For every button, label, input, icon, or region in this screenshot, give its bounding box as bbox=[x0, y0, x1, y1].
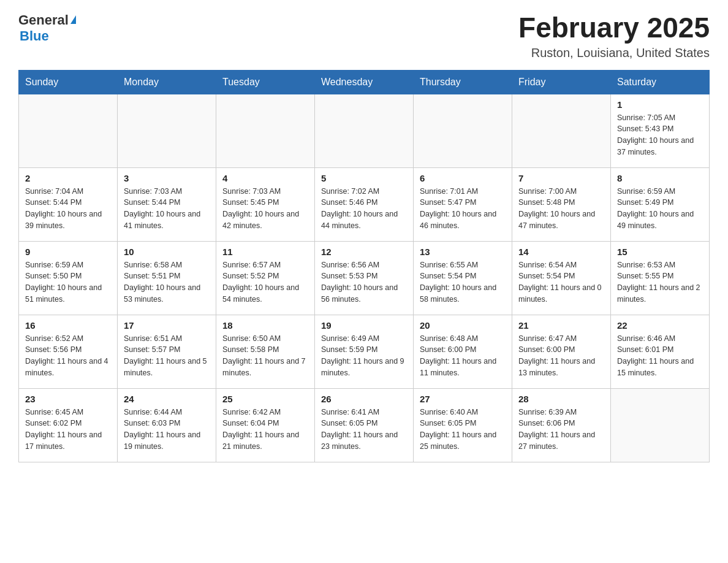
day-info: Sunrise: 6:59 AMSunset: 5:49 PMDaylight:… bbox=[617, 186, 703, 232]
location-subtitle: Ruston, Louisiana, United States bbox=[518, 46, 710, 60]
calendar-week-row: 16Sunrise: 6:52 AMSunset: 5:56 PMDayligh… bbox=[19, 315, 710, 388]
day-number: 16 bbox=[25, 320, 111, 331]
day-number: 12 bbox=[321, 247, 407, 257]
calendar-day-cell bbox=[19, 94, 118, 167]
day-number: 7 bbox=[518, 173, 604, 183]
calendar-day-cell: 22Sunrise: 6:46 AMSunset: 6:01 PMDayligh… bbox=[611, 315, 710, 388]
day-of-week-header: Monday bbox=[118, 70, 216, 94]
day-number: 24 bbox=[124, 394, 210, 404]
day-info: Sunrise: 7:03 AMSunset: 5:44 PMDaylight:… bbox=[124, 186, 210, 232]
day-info: Sunrise: 6:48 AMSunset: 6:00 PMDaylight:… bbox=[420, 333, 506, 379]
logo-triangle-icon bbox=[70, 15, 76, 24]
day-number: 1 bbox=[617, 99, 703, 110]
day-info: Sunrise: 7:03 AMSunset: 5:45 PMDaylight:… bbox=[222, 186, 308, 232]
day-info: Sunrise: 6:53 AMSunset: 5:55 PMDaylight:… bbox=[617, 259, 703, 305]
calendar-day-cell: 14Sunrise: 6:54 AMSunset: 5:54 PMDayligh… bbox=[512, 241, 611, 315]
calendar-table: SundayMondayTuesdayWednesdayThursdayFrid… bbox=[18, 70, 710, 462]
page-header: General Blue February 2025 Ruston, Louis… bbox=[18, 12, 710, 60]
day-number: 19 bbox=[321, 320, 407, 331]
calendar-day-cell: 3Sunrise: 7:03 AMSunset: 5:44 PMDaylight… bbox=[118, 167, 216, 241]
month-title: February 2025 bbox=[518, 12, 710, 44]
day-number: 22 bbox=[617, 320, 703, 331]
days-of-week-row: SundayMondayTuesdayWednesdayThursdayFrid… bbox=[19, 70, 710, 94]
day-info: Sunrise: 6:46 AMSunset: 6:01 PMDaylight:… bbox=[617, 333, 703, 379]
calendar-day-cell: 2Sunrise: 7:04 AMSunset: 5:44 PMDaylight… bbox=[19, 167, 118, 241]
calendar-day-cell: 25Sunrise: 6:42 AMSunset: 6:04 PMDayligh… bbox=[216, 388, 315, 462]
calendar-day-cell: 28Sunrise: 6:39 AMSunset: 6:06 PMDayligh… bbox=[512, 388, 611, 462]
calendar-day-cell bbox=[414, 94, 512, 167]
day-info: Sunrise: 6:42 AMSunset: 6:04 PMDaylight:… bbox=[222, 407, 308, 453]
day-number: 5 bbox=[321, 173, 407, 183]
logo-general-text: General bbox=[18, 12, 69, 28]
title-section: February 2025 Ruston, Louisiana, United … bbox=[518, 12, 710, 60]
day-info: Sunrise: 6:49 AMSunset: 5:59 PMDaylight:… bbox=[321, 333, 407, 379]
day-number: 10 bbox=[124, 247, 210, 257]
calendar-day-cell: 8Sunrise: 6:59 AMSunset: 5:49 PMDaylight… bbox=[611, 167, 710, 241]
day-info: Sunrise: 6:55 AMSunset: 5:54 PMDaylight:… bbox=[420, 259, 506, 305]
day-number: 27 bbox=[420, 394, 506, 404]
day-number: 11 bbox=[222, 247, 308, 257]
day-info: Sunrise: 6:45 AMSunset: 6:02 PMDaylight:… bbox=[25, 407, 111, 453]
day-number: 25 bbox=[222, 394, 308, 404]
logo: General Blue bbox=[18, 12, 76, 44]
calendar-day-cell bbox=[611, 388, 710, 462]
calendar-day-cell bbox=[216, 94, 315, 167]
calendar-day-cell: 17Sunrise: 6:51 AMSunset: 5:57 PMDayligh… bbox=[118, 315, 216, 388]
calendar-day-cell bbox=[512, 94, 611, 167]
day-number: 8 bbox=[617, 173, 703, 183]
calendar-week-row: 23Sunrise: 6:45 AMSunset: 6:02 PMDayligh… bbox=[19, 388, 710, 462]
day-number: 2 bbox=[25, 173, 111, 183]
day-info: Sunrise: 6:47 AMSunset: 6:00 PMDaylight:… bbox=[518, 333, 604, 379]
day-number: 6 bbox=[420, 173, 506, 183]
calendar-day-cell: 15Sunrise: 6:53 AMSunset: 5:55 PMDayligh… bbox=[611, 241, 710, 315]
calendar-day-cell: 7Sunrise: 7:00 AMSunset: 5:48 PMDaylight… bbox=[512, 167, 611, 241]
day-number: 13 bbox=[420, 247, 506, 257]
calendar-body: 1Sunrise: 7:05 AMSunset: 5:43 PMDaylight… bbox=[19, 94, 710, 462]
day-info: Sunrise: 6:59 AMSunset: 5:50 PMDaylight:… bbox=[25, 259, 111, 305]
day-info: Sunrise: 6:51 AMSunset: 5:57 PMDaylight:… bbox=[124, 333, 210, 379]
day-number: 18 bbox=[222, 320, 308, 331]
day-info: Sunrise: 6:56 AMSunset: 5:53 PMDaylight:… bbox=[321, 259, 407, 305]
day-info: Sunrise: 7:02 AMSunset: 5:46 PMDaylight:… bbox=[321, 186, 407, 232]
calendar-day-cell bbox=[118, 94, 216, 167]
day-number: 17 bbox=[124, 320, 210, 331]
day-info: Sunrise: 7:01 AMSunset: 5:47 PMDaylight:… bbox=[420, 186, 506, 232]
day-info: Sunrise: 6:54 AMSunset: 5:54 PMDaylight:… bbox=[518, 259, 604, 305]
day-info: Sunrise: 6:39 AMSunset: 6:06 PMDaylight:… bbox=[518, 407, 604, 453]
calendar-header: SundayMondayTuesdayWednesdayThursdayFrid… bbox=[19, 70, 710, 94]
calendar-week-row: 1Sunrise: 7:05 AMSunset: 5:43 PMDaylight… bbox=[19, 94, 710, 167]
calendar-week-row: 2Sunrise: 7:04 AMSunset: 5:44 PMDaylight… bbox=[19, 167, 710, 241]
day-number: 14 bbox=[518, 247, 604, 257]
day-info: Sunrise: 7:04 AMSunset: 5:44 PMDaylight:… bbox=[25, 186, 111, 232]
day-number: 3 bbox=[124, 173, 210, 183]
calendar-day-cell: 9Sunrise: 6:59 AMSunset: 5:50 PMDaylight… bbox=[19, 241, 118, 315]
calendar-day-cell: 18Sunrise: 6:50 AMSunset: 5:58 PMDayligh… bbox=[216, 315, 315, 388]
day-info: Sunrise: 7:00 AMSunset: 5:48 PMDaylight:… bbox=[518, 186, 604, 232]
calendar-day-cell: 27Sunrise: 6:40 AMSunset: 6:05 PMDayligh… bbox=[414, 388, 512, 462]
calendar-day-cell: 12Sunrise: 6:56 AMSunset: 5:53 PMDayligh… bbox=[315, 241, 414, 315]
day-number: 15 bbox=[617, 247, 703, 257]
calendar-day-cell: 6Sunrise: 7:01 AMSunset: 5:47 PMDaylight… bbox=[414, 167, 512, 241]
day-number: 23 bbox=[25, 394, 111, 404]
day-of-week-header: Sunday bbox=[19, 70, 118, 94]
day-info: Sunrise: 6:52 AMSunset: 5:56 PMDaylight:… bbox=[25, 333, 111, 379]
calendar-week-row: 9Sunrise: 6:59 AMSunset: 5:50 PMDaylight… bbox=[19, 241, 710, 315]
calendar-day-cell: 5Sunrise: 7:02 AMSunset: 5:46 PMDaylight… bbox=[315, 167, 414, 241]
day-number: 4 bbox=[222, 173, 308, 183]
day-of-week-header: Thursday bbox=[414, 70, 512, 94]
day-info: Sunrise: 7:05 AMSunset: 5:43 PMDaylight:… bbox=[617, 112, 703, 158]
day-info: Sunrise: 6:40 AMSunset: 6:05 PMDaylight:… bbox=[420, 407, 506, 453]
calendar-day-cell bbox=[315, 94, 414, 167]
calendar-day-cell: 21Sunrise: 6:47 AMSunset: 6:00 PMDayligh… bbox=[512, 315, 611, 388]
calendar-day-cell: 26Sunrise: 6:41 AMSunset: 6:05 PMDayligh… bbox=[315, 388, 414, 462]
calendar-day-cell: 20Sunrise: 6:48 AMSunset: 6:00 PMDayligh… bbox=[414, 315, 512, 388]
day-info: Sunrise: 6:58 AMSunset: 5:51 PMDaylight:… bbox=[124, 259, 210, 305]
calendar-day-cell: 13Sunrise: 6:55 AMSunset: 5:54 PMDayligh… bbox=[414, 241, 512, 315]
calendar-day-cell: 23Sunrise: 6:45 AMSunset: 6:02 PMDayligh… bbox=[19, 388, 118, 462]
day-number: 9 bbox=[25, 247, 111, 257]
calendar-day-cell: 4Sunrise: 7:03 AMSunset: 5:45 PMDaylight… bbox=[216, 167, 315, 241]
calendar-day-cell: 24Sunrise: 6:44 AMSunset: 6:03 PMDayligh… bbox=[118, 388, 216, 462]
day-info: Sunrise: 6:44 AMSunset: 6:03 PMDaylight:… bbox=[124, 407, 210, 453]
day-number: 28 bbox=[518, 394, 604, 404]
day-number: 20 bbox=[420, 320, 506, 331]
